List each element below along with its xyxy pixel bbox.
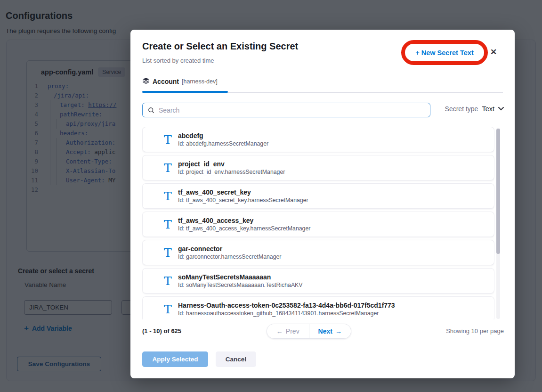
secret-id: Id: abcdefg.harnessSecretManager bbox=[178, 140, 268, 147]
pagination-range: (1 - 10) of 625 bbox=[142, 327, 181, 335]
modal-subtitle: List sorted by created time bbox=[142, 57, 214, 64]
secret-type-value: Text bbox=[482, 105, 494, 113]
tab-account[interactable]: Account [harness-dev] bbox=[142, 77, 218, 86]
search-field[interactable] bbox=[142, 103, 430, 117]
search-input[interactable] bbox=[155, 103, 430, 117]
cancel-button[interactable]: Cancel bbox=[216, 351, 256, 367]
secret-row[interactable]: T gar-connector Id: garconnector.harness… bbox=[142, 240, 494, 265]
close-icon[interactable]: ✕ bbox=[490, 47, 497, 57]
text-secret-icon: T bbox=[164, 190, 178, 202]
scrollbar-thumb[interactable] bbox=[496, 129, 500, 254]
secret-row[interactable]: T Harness-Oauth-access-token-0c253582-fa… bbox=[142, 296, 494, 319]
modal-footer: Apply Selected Cancel bbox=[142, 351, 256, 367]
text-secret-icon: T bbox=[164, 247, 178, 259]
text-secret-icon: T bbox=[164, 162, 178, 174]
text-secret-icon: T bbox=[164, 303, 178, 315]
secret-list: T abcdefg Id: abcdefg.harnessSecretManag… bbox=[142, 127, 494, 319]
scrollbar-track[interactable] bbox=[496, 128, 500, 319]
pagination-controls: ← Prev Next → bbox=[267, 324, 351, 339]
secret-row[interactable]: T tf_aws_400_secret_key Id: tf_aws_400_s… bbox=[142, 183, 494, 209]
tab-active-indicator bbox=[142, 91, 228, 93]
text-secret-icon: T bbox=[164, 275, 178, 287]
secret-name: soManyTestSecretsMaaaaaan bbox=[178, 273, 303, 281]
secret-name: tf_aws_400_secret_key bbox=[178, 188, 308, 196]
secret-name: abcdefg bbox=[178, 132, 268, 139]
chevron-down-icon bbox=[498, 107, 504, 111]
next-label: Next bbox=[318, 327, 332, 335]
arrow-right-icon: → bbox=[335, 327, 342, 335]
modal-title: Create or Select an Existing Secret bbox=[142, 41, 298, 52]
apply-selected-button[interactable]: Apply Selected bbox=[142, 351, 208, 367]
arrow-left-icon: ← bbox=[276, 327, 283, 335]
new-secret-text-button[interactable]: + New Secret Text bbox=[415, 49, 473, 57]
screen: Configurations The plugin requires the f… bbox=[0, 0, 542, 392]
secret-modal: Create or Select an Existing Secret List… bbox=[130, 30, 515, 378]
layers-icon bbox=[142, 77, 150, 86]
tab-account-scope: [harness-dev] bbox=[182, 78, 218, 85]
pagination: (1 - 10) of 625 ← Prev Next → Showing 10… bbox=[130, 324, 515, 339]
secret-name: project_id_env bbox=[178, 160, 285, 168]
search-icon bbox=[147, 106, 155, 114]
text-secret-icon: T bbox=[164, 219, 178, 230]
red-annotation-ring: + New Secret Text bbox=[401, 40, 488, 65]
tab-account-label: Account bbox=[153, 78, 179, 85]
secret-row[interactable]: T tf_aws_400_access_key Id: tf_aws_400_a… bbox=[142, 212, 494, 237]
secret-id: Id: garconnector.harnessSecretManager bbox=[178, 253, 281, 260]
secret-name: Harness-Oauth-access-token-0c253582-fa13… bbox=[178, 302, 395, 309]
per-page-label: Showing 10 per page bbox=[446, 327, 504, 335]
secret-row[interactable]: T project_id_env Id: project_id_env.harn… bbox=[142, 155, 494, 180]
secret-id: Id: tf_aws_400_secret_key.harnessSecretM… bbox=[178, 197, 308, 204]
secret-id: Id: project_id_env.harnessSecretManager bbox=[178, 169, 285, 175]
next-button[interactable]: Next → bbox=[309, 324, 351, 338]
secret-type-dropdown[interactable]: Secret type Text bbox=[445, 105, 504, 113]
secret-name: tf_aws_400_access_key bbox=[178, 217, 310, 224]
secret-type-label: Secret type bbox=[445, 105, 478, 113]
secret-row[interactable]: T soManyTestSecretsMaaaaaan Id: soManyTe… bbox=[142, 268, 494, 294]
prev-label: Prev bbox=[286, 327, 299, 335]
text-secret-icon: T bbox=[164, 134, 178, 146]
prev-button[interactable]: ← Prev bbox=[267, 324, 309, 338]
secret-row[interactable]: T abcdefg Id: abcdefg.harnessSecretManag… bbox=[142, 127, 494, 152]
secret-name: gar-connector bbox=[178, 245, 281, 253]
secret-id: Id: tf_aws_400_access_key.harnessSecretM… bbox=[178, 225, 310, 232]
secret-id: Id: soManyTestSecretsMaaaaaan.TestRichaA… bbox=[178, 282, 303, 288]
secret-id: Id: harnessoauthaccesstoken_github_16843… bbox=[178, 310, 395, 317]
